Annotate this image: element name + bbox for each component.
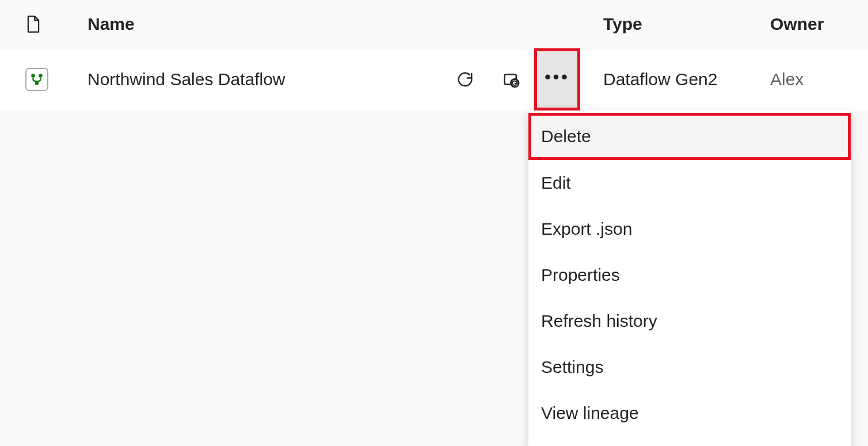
row-item-icon-cell — [25, 68, 87, 91]
menu-item-refresh-history[interactable]: Refresh history — [528, 298, 851, 344]
dataflow-icon — [25, 68, 48, 91]
column-header-name[interactable]: Name — [87, 14, 442, 34]
menu-item-settings[interactable]: Settings — [528, 344, 851, 390]
schedule-refresh-icon — [502, 71, 520, 88]
row-actions: ••• — [442, 48, 603, 110]
document-icon — [25, 14, 41, 34]
row-owner: Alex — [770, 70, 868, 89]
ellipsis-icon: ••• — [545, 68, 570, 86]
refresh-icon — [456, 71, 474, 88]
table-header: Name Type Owner — [0, 0, 868, 48]
context-menu: Delete Edit Export .json Properties Refr… — [528, 110, 851, 446]
more-options-button[interactable]: ••• — [534, 48, 580, 110]
file-type-column-icon — [25, 14, 87, 34]
row-type: Dataflow Gen2 — [603, 70, 770, 89]
table-row[interactable]: Northwind Sales Dataflow ••• Dataflow Ge… — [0, 48, 868, 110]
row-name[interactable]: Northwind Sales Dataflow — [87, 70, 442, 89]
column-header-owner[interactable]: Owner — [770, 14, 868, 34]
menu-item-delete[interactable]: Delete — [528, 113, 851, 160]
menu-item-properties[interactable]: Properties — [528, 252, 851, 298]
svg-point-0 — [31, 74, 35, 78]
svg-point-1 — [39, 74, 43, 78]
refresh-button[interactable] — [442, 48, 488, 110]
menu-item-edit[interactable]: Edit — [528, 160, 851, 206]
column-header-type[interactable]: Type — [603, 14, 770, 34]
menu-item-view-lineage[interactable]: View lineage — [528, 390, 851, 436]
schedule-refresh-button[interactable] — [488, 48, 534, 110]
branch-icon — [29, 72, 44, 87]
menu-item-export-json[interactable]: Export .json — [528, 206, 851, 252]
